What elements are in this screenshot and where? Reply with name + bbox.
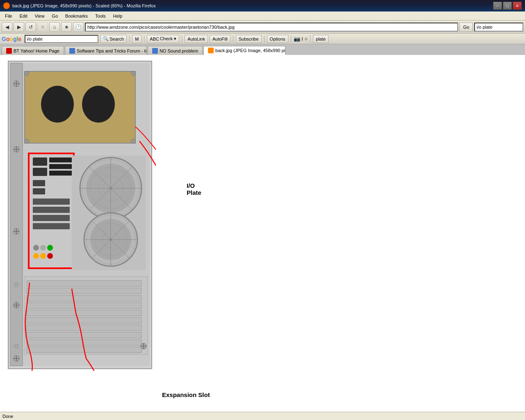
options-button[interactable]: Options <box>267 35 288 43</box>
menu-tools[interactable]: Tools <box>92 13 109 19</box>
check-icon: ABC <box>150 37 159 41</box>
navbar: ◀ ▶ ↺ ✕ ⌂ ★ 🕐 Go <box>0 21 525 34</box>
restore-button[interactable]: □ <box>503 2 512 10</box>
menubar: File Edit View Go Bookmarks Tools Help <box>0 11 525 21</box>
subscribe-label: Subscribe <box>239 37 259 41</box>
toolbar-separator-2 <box>144 35 144 43</box>
back-button[interactable]: ◀ <box>2 22 12 32</box>
search-box-container <box>474 23 523 32</box>
tab-image-label: back.jpg (JPEG Image, 458x990 pixels) - … <box>215 48 285 53</box>
svg-point-7 <box>25 139 29 143</box>
svg-point-38 <box>40 253 46 259</box>
content-area: I/O Plate Exspansion Slot <box>0 55 525 412</box>
svg-rect-72 <box>27 332 142 338</box>
case-image <box>4 59 156 371</box>
bookmark-button[interactable]: ★ <box>61 22 72 32</box>
history-button[interactable]: 🕐 <box>73 22 84 32</box>
reload-button[interactable]: ↺ <box>25 22 36 32</box>
menu-help[interactable]: Help <box>110 13 126 19</box>
svg-rect-67 <box>27 295 142 301</box>
svg-rect-28 <box>33 180 45 186</box>
gmail-button[interactable]: M <box>132 35 142 43</box>
toolbar-separator-3 <box>182 35 182 43</box>
search-icon: 🔍 <box>103 36 109 41</box>
icon-1: 📷 <box>294 36 300 42</box>
subscribe-button[interactable]: Subscribe <box>236 35 262 43</box>
menu-go[interactable]: Go <box>48 13 61 19</box>
tab-forum[interactable]: Software Tips and Tricks Forum - Inbox <box>65 46 147 55</box>
tab-forum-label: Software Tips and Tricks Forum - Inbox <box>77 48 147 53</box>
svg-point-34 <box>33 245 39 251</box>
svg-rect-65 <box>27 281 142 286</box>
tab-image[interactable]: back.jpg (JPEG Image, 458x990 pixels) - … <box>203 46 285 55</box>
svg-point-6 <box>131 71 135 75</box>
autolink-button[interactable]: AutoLink <box>185 35 208 43</box>
plate-label: plate <box>316 37 326 41</box>
titlebar: back.jpg (JPEG Image, 458x990 pixels) - … <box>0 0 525 11</box>
svg-point-39 <box>47 253 53 259</box>
svg-point-76 <box>14 344 18 348</box>
svg-rect-40 <box>49 158 72 162</box>
svg-point-35 <box>40 245 46 251</box>
google-search-input[interactable] <box>25 37 87 41</box>
tab-yahoo-favicon <box>6 48 12 54</box>
svg-rect-27 <box>33 168 47 176</box>
check-label: Check ▾ <box>160 36 176 41</box>
home-button[interactable]: ⌂ <box>49 22 60 32</box>
autolink-label: AutoLink <box>187 37 205 41</box>
toolbar-separator-1 <box>129 35 130 43</box>
tab-forum-favicon <box>69 48 75 54</box>
toolbar-separator-5 <box>264 35 265 43</box>
svg-rect-41 <box>49 164 72 169</box>
toolbar-separator-4 <box>233 35 233 43</box>
tabs-bar: BT Yahoo! Home Page Software Tips and Tr… <box>0 44 525 55</box>
statusbar: Done <box>0 412 525 420</box>
io-plate-line2: Plate <box>187 189 201 196</box>
google-toolbar: Google 🔍 Search M ABC Check ▾ AutoLink A… <box>0 34 525 44</box>
menu-file[interactable]: File <box>2 13 16 19</box>
svg-point-37 <box>33 253 39 259</box>
titlebar-left: back.jpg (JPEG Image, 458x990 pixels) - … <box>3 2 156 9</box>
svg-rect-26 <box>33 158 47 166</box>
svg-rect-73 <box>27 340 142 345</box>
titlebar-title: back.jpg (JPEG Image, 458x990 pixels) - … <box>12 3 156 8</box>
svg-rect-33 <box>33 223 70 229</box>
svg-point-36 <box>47 245 53 251</box>
svg-point-8 <box>131 139 135 143</box>
svg-rect-9 <box>10 63 23 366</box>
svg-rect-68 <box>27 303 142 308</box>
toolbar-separator-7 <box>310 35 310 43</box>
tab-sound[interactable]: NO Sound problem <box>148 46 203 55</box>
menu-edit[interactable]: Edit <box>16 13 31 19</box>
icon-3: ○ <box>304 36 308 42</box>
svg-rect-2 <box>25 71 135 143</box>
close-button[interactable]: ✕ <box>513 2 522 10</box>
svg-point-75 <box>14 283 18 287</box>
stop-button[interactable]: ✕ <box>37 22 48 32</box>
minimize-button[interactable]: − <box>493 2 502 10</box>
firefox-icon <box>3 2 10 9</box>
spellcheck-button[interactable]: ABC Check ▾ <box>147 35 179 43</box>
svg-rect-66 <box>27 288 142 294</box>
autofill-button[interactable]: AutoFill <box>210 35 231 43</box>
address-bar-container <box>85 23 458 32</box>
io-plate-annotation: I/O Plate <box>187 182 201 196</box>
svg-rect-30 <box>33 199 70 205</box>
address-bar[interactable] <box>87 25 456 30</box>
google-search-button[interactable]: 🔍 Search <box>100 35 127 43</box>
svg-point-4 <box>82 86 115 123</box>
menu-bookmarks[interactable]: Bookmarks <box>62 13 91 19</box>
navbar-search-input[interactable] <box>477 25 514 30</box>
go-button[interactable]: Go <box>459 23 473 32</box>
autofill-label: AutoFill <box>212 37 228 41</box>
menu-view[interactable]: View <box>32 13 48 19</box>
svg-point-3 <box>41 86 74 123</box>
plate-button[interactable]: plate <box>313 35 329 43</box>
tab-sound-favicon <box>152 48 158 54</box>
options-label: Options <box>270 37 285 41</box>
tab-yahoo-label: BT Yahoo! Home Page <box>14 48 59 53</box>
forward-button[interactable]: ▶ <box>14 22 24 32</box>
svg-rect-69 <box>27 310 142 316</box>
svg-rect-42 <box>49 171 72 176</box>
tab-yahoo[interactable]: BT Yahoo! Home Page <box>2 46 64 55</box>
